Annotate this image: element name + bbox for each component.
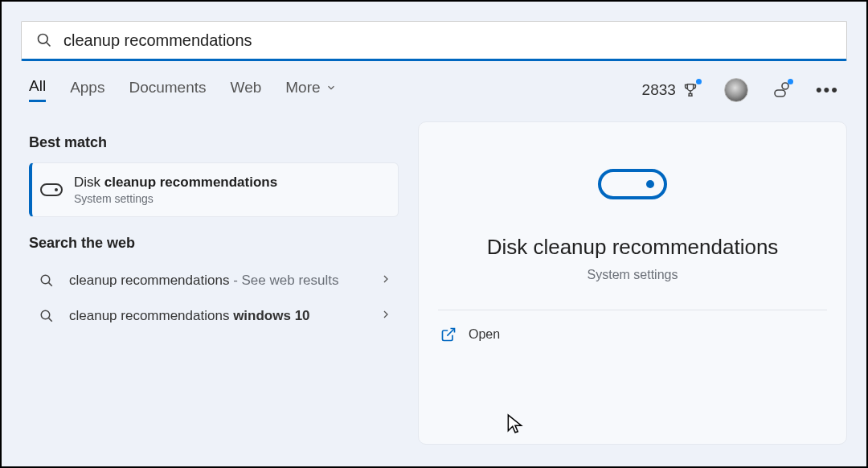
chat-icon[interactable] xyxy=(772,80,792,100)
best-match-subtitle: System settings xyxy=(74,192,277,205)
search-web-header: Search the web xyxy=(29,235,399,252)
search-icon xyxy=(35,309,58,323)
rewards-points[interactable]: 2833 xyxy=(642,80,700,100)
points-value: 2833 xyxy=(642,81,676,99)
svg-point-2 xyxy=(782,83,788,89)
search-input[interactable] xyxy=(63,31,833,50)
search-icon xyxy=(35,31,54,50)
detail-subtitle: System settings xyxy=(588,268,678,282)
tab-apps[interactable]: Apps xyxy=(70,79,104,101)
tab-all[interactable]: All xyxy=(29,77,46,102)
svg-point-0 xyxy=(39,35,48,44)
filter-tabs: All Apps Documents Web More 2833 ••• xyxy=(2,61,866,117)
svg-rect-3 xyxy=(775,90,785,96)
disk-icon xyxy=(598,169,667,199)
web-result-windows-10[interactable]: cleanup recommendations windows 10 xyxy=(29,298,399,334)
open-label: Open xyxy=(469,327,500,342)
web-result-see-results[interactable]: cleanup recommendations - See web result… xyxy=(29,263,399,298)
detail-title: Disk cleanup recommendations xyxy=(487,235,779,260)
tab-more[interactable]: More xyxy=(285,79,336,101)
open-action[interactable]: Open xyxy=(438,318,827,351)
best-match-result[interactable]: Disk cleanup recommendations System sett… xyxy=(29,162,399,217)
avatar[interactable] xyxy=(724,78,748,102)
svg-line-5 xyxy=(49,283,52,286)
trophy-icon xyxy=(681,80,700,100)
search-bar[interactable] xyxy=(21,21,847,61)
divider xyxy=(438,310,827,310)
disk-icon xyxy=(40,183,63,196)
search-icon xyxy=(35,273,58,288)
detail-panel: Disk cleanup recommendations System sett… xyxy=(418,121,847,445)
tab-web[interactable]: Web xyxy=(231,79,262,101)
svg-line-1 xyxy=(47,43,51,47)
svg-line-7 xyxy=(49,318,52,322)
more-options-icon[interactable]: ••• xyxy=(816,80,839,101)
tab-documents[interactable]: Documents xyxy=(129,79,206,101)
best-match-header: Best match xyxy=(29,134,399,151)
chevron-right-icon xyxy=(379,273,392,289)
chevron-right-icon xyxy=(379,308,392,324)
web-result-label: cleanup recommendations windows 10 xyxy=(69,308,368,324)
results-column: Best match Disk cleanup recommendations … xyxy=(29,117,399,445)
svg-point-4 xyxy=(41,275,50,284)
web-result-label: cleanup recommendations - See web result… xyxy=(69,273,368,289)
tab-more-label: More xyxy=(285,79,320,96)
open-external-icon xyxy=(440,326,457,343)
best-match-title: Disk cleanup recommendations xyxy=(74,174,277,191)
chevron-down-icon xyxy=(326,82,337,93)
svg-point-6 xyxy=(41,310,50,319)
